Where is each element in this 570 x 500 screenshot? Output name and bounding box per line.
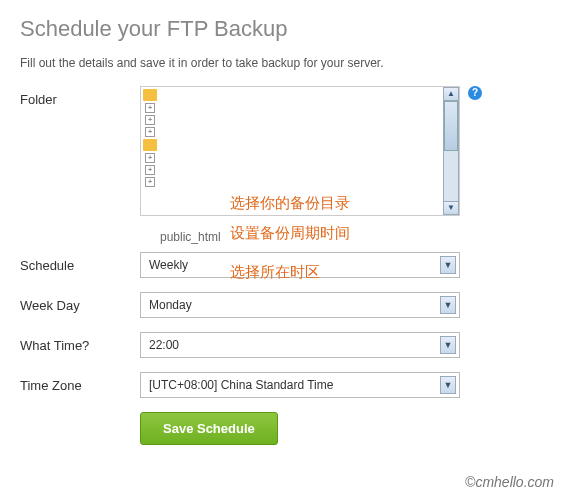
timezone-value: [UTC+08:00] China Standard Time [149,378,333,392]
expand-icon[interactable]: + [145,153,155,163]
scroll-down-icon[interactable]: ▼ [443,201,459,215]
schedule-value: Weekly [149,258,188,272]
timezone-select[interactable]: [UTC+08:00] China Standard Time ▼ [140,372,460,398]
scroll-up-icon[interactable]: ▲ [443,87,459,101]
chevron-down-icon[interactable]: ▼ [440,256,456,274]
tree-body[interactable] [161,87,443,215]
weekday-select[interactable]: Monday ▼ [140,292,460,318]
folder-icon[interactable] [143,139,157,151]
weekday-value: Monday [149,298,192,312]
expand-icon[interactable]: + [145,177,155,187]
folder-icon[interactable] [143,89,157,101]
time-label: What Time? [20,332,140,353]
time-select[interactable]: 22:00 ▼ [140,332,460,358]
folder-tree[interactable]: + + + + + + ▲ ▼ [140,86,460,216]
page-title: Schedule your FTP Backup [20,16,550,42]
save-schedule-button[interactable]: Save Schedule [140,412,278,445]
weekday-label: Week Day [20,292,140,313]
schedule-select[interactable]: Weekly ▼ [140,252,460,278]
expand-icon[interactable]: + [145,115,155,125]
expand-icon[interactable]: + [145,165,155,175]
chevron-down-icon[interactable]: ▼ [440,296,456,314]
help-icon[interactable]: ? [468,86,482,100]
chevron-down-icon[interactable]: ▼ [440,376,456,394]
folder-label: Folder [20,86,140,107]
expand-icon[interactable]: + [145,127,155,137]
watermark: ©cmhello.com [465,474,554,490]
scroll-thumb[interactable] [444,101,458,151]
scroll-track[interactable] [443,101,459,201]
time-value: 22:00 [149,338,179,352]
chevron-down-icon[interactable]: ▼ [440,336,456,354]
expand-icon[interactable]: + [145,103,155,113]
timezone-label: Time Zone [20,372,140,393]
scrollbar[interactable]: ▲ ▼ [443,87,459,215]
schedule-label: Schedule [20,252,140,273]
page-subtitle: Fill out the details and save it in orde… [20,56,550,70]
folder-selected-path: public_html [160,230,550,244]
